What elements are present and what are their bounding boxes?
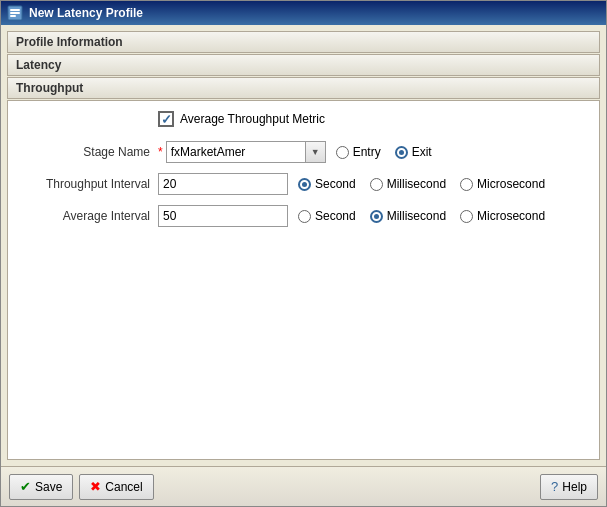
svg-rect-1 xyxy=(10,9,20,11)
footer-right: ? Help xyxy=(540,474,598,500)
average-millisecond-radio-btn[interactable] xyxy=(370,210,383,223)
average-microsecond-radio-btn[interactable] xyxy=(460,210,473,223)
average-millisecond-radio-item[interactable]: Millisecond xyxy=(370,209,446,223)
save-icon: ✔ xyxy=(20,479,31,494)
checkbox-label: Average Throughput Metric xyxy=(180,112,325,126)
section-latency: Latency xyxy=(7,54,600,76)
cancel-button[interactable]: ✖ Cancel xyxy=(79,474,153,500)
chevron-down-icon: ▼ xyxy=(311,147,320,157)
throughput-millisecond-label: Millisecond xyxy=(387,177,446,191)
stage-name-input[interactable] xyxy=(166,141,306,163)
checkbox-row: ✓ Average Throughput Metric xyxy=(158,111,589,127)
average-microsecond-radio-item[interactable]: Microsecond xyxy=(460,209,545,223)
footer-bar: ✔ Save ✖ Cancel ? Help xyxy=(1,466,606,506)
throughput-millisecond-radio-btn[interactable] xyxy=(370,178,383,191)
average-second-radio-item[interactable]: Second xyxy=(298,209,356,223)
throughput-millisecond-radio-item[interactable]: Millisecond xyxy=(370,177,446,191)
exit-radio-btn[interactable] xyxy=(395,146,408,159)
title-bar: New Latency Profile xyxy=(1,1,606,25)
help-icon: ? xyxy=(551,479,558,494)
main-panel: ✓ Average Throughput Metric Stage Name *… xyxy=(7,100,600,460)
average-second-radio-btn[interactable] xyxy=(298,210,311,223)
throughput-microsecond-label: Microsecond xyxy=(477,177,545,191)
entry-radio-item[interactable]: Entry xyxy=(336,145,381,159)
throughput-second-radio-btn[interactable] xyxy=(298,178,311,191)
window-icon xyxy=(7,5,23,21)
content-area: Profile Information Latency Throughput ✓… xyxy=(1,25,606,466)
section-throughput: Throughput xyxy=(7,77,600,99)
required-star: * xyxy=(158,145,163,159)
svg-rect-3 xyxy=(10,15,16,17)
window: New Latency Profile Profile Information … xyxy=(0,0,607,507)
throughput-microsecond-radio-item[interactable]: Microsecond xyxy=(460,177,545,191)
window-title: New Latency Profile xyxy=(29,6,143,20)
average-microsecond-label: Microsecond xyxy=(477,209,545,223)
stage-name-dropdown-btn[interactable]: ▼ xyxy=(306,141,326,163)
stage-name-dropdown: ▼ xyxy=(166,141,326,163)
help-button[interactable]: ? Help xyxy=(540,474,598,500)
entry-label: Entry xyxy=(353,145,381,159)
throughput-second-dot xyxy=(302,182,307,187)
checkmark-icon: ✓ xyxy=(161,113,172,126)
exit-radio-dot xyxy=(399,150,404,155)
svg-rect-2 xyxy=(10,12,20,14)
average-millisecond-label: Millisecond xyxy=(387,209,446,223)
section-profile-information: Profile Information xyxy=(7,31,600,53)
throughput-interval-input[interactable] xyxy=(158,173,288,195)
throughput-microsecond-radio-btn[interactable] xyxy=(460,178,473,191)
average-interval-input[interactable] xyxy=(158,205,288,227)
footer-left: ✔ Save ✖ Cancel xyxy=(9,474,154,500)
average-second-label: Second xyxy=(315,209,356,223)
entry-radio-btn[interactable] xyxy=(336,146,349,159)
average-interval-row: Average Interval Second Millisecond xyxy=(18,205,589,227)
throughput-interval-label: Throughput Interval xyxy=(18,177,158,191)
stage-name-row: Stage Name * ▼ Entry xyxy=(18,141,589,163)
throughput-unit-radio-group: Second Millisecond Microsecond xyxy=(298,177,545,191)
exit-label: Exit xyxy=(412,145,432,159)
save-button[interactable]: ✔ Save xyxy=(9,474,73,500)
throughput-second-radio-item[interactable]: Second xyxy=(298,177,356,191)
throughput-second-label: Second xyxy=(315,177,356,191)
exit-radio-item[interactable]: Exit xyxy=(395,145,432,159)
cancel-icon: ✖ xyxy=(90,479,101,494)
average-interval-label: Average Interval xyxy=(18,209,158,223)
cancel-label: Cancel xyxy=(105,480,142,494)
save-label: Save xyxy=(35,480,62,494)
average-millisecond-dot xyxy=(374,214,379,219)
entry-exit-radio-group: Entry Exit xyxy=(336,145,432,159)
throughput-interval-row: Throughput Interval Second Millisecond xyxy=(18,173,589,195)
help-label: Help xyxy=(562,480,587,494)
stage-name-label: Stage Name xyxy=(18,145,158,159)
average-unit-radio-group: Second Millisecond Microsecond xyxy=(298,209,545,223)
average-throughput-checkbox[interactable]: ✓ xyxy=(158,111,174,127)
